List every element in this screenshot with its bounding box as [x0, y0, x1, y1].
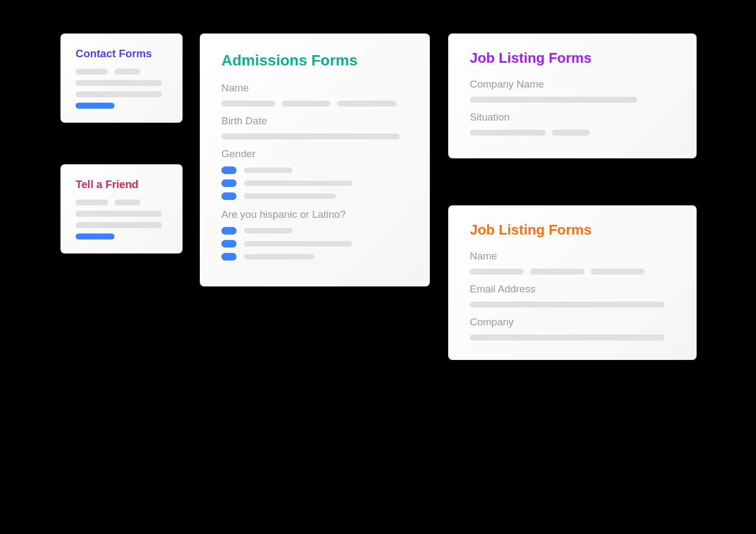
- card-title: Admissions Forms: [221, 52, 408, 69]
- placeholder-bar: [470, 269, 524, 275]
- radio-option: [221, 179, 408, 187]
- field-label-gender: Gender: [221, 148, 408, 160]
- radio-icon: [221, 192, 237, 200]
- radio-option: [221, 192, 408, 200]
- placeholder-bar: [244, 241, 352, 246]
- card-admissions-forms[interactable]: Admissions Forms Name Birth Date Gender …: [200, 34, 430, 286]
- field-label-birth-date: Birth Date: [221, 115, 408, 127]
- card-job-listing-orange[interactable]: Job Listing Forms Name Email Address Com…: [448, 205, 697, 360]
- placeholder-row: [470, 97, 675, 103]
- card-title: Tell a Friend: [76, 178, 167, 191]
- placeholder-bar: [76, 80, 162, 86]
- placeholder-bar: [76, 211, 162, 217]
- placeholder-row: [470, 335, 675, 341]
- radio-icon: [221, 166, 237, 174]
- placeholder-bar: [530, 269, 584, 275]
- card-title: Contact Forms: [76, 48, 167, 60]
- field-label-email: Email Address: [470, 283, 675, 295]
- placeholder-bar: [244, 228, 293, 233]
- placeholder-bar: [470, 302, 664, 308]
- placeholder-bar: [76, 222, 162, 228]
- radio-option: [221, 227, 408, 235]
- button-placeholder: [76, 103, 114, 109]
- placeholder-row: [221, 134, 408, 139]
- placeholder-row: [76, 222, 167, 228]
- card-job-listing-purple[interactable]: Job Listing Forms Company Name Situation: [448, 34, 697, 158]
- placeholder-row: [76, 211, 167, 217]
- radio-icon: [221, 179, 237, 187]
- field-label-situation: Situation: [470, 111, 675, 123]
- placeholder-bar: [470, 97, 637, 103]
- button-placeholder: [76, 233, 114, 239]
- radio-icon: [221, 227, 237, 235]
- radio-icon: [221, 240, 237, 248]
- placeholder-bar: [114, 69, 140, 75]
- radio-option: [221, 166, 408, 174]
- placeholder-bar: [76, 199, 108, 205]
- placeholder-row: [76, 103, 167, 109]
- placeholder-bar: [244, 181, 352, 186]
- placeholder-row: [221, 101, 408, 106]
- placeholder-bar: [244, 254, 314, 259]
- placeholder-bar: [76, 69, 108, 75]
- placeholder-bar: [470, 130, 545, 136]
- field-label-name: Name: [470, 250, 675, 262]
- placeholder-bar: [282, 101, 330, 106]
- placeholder-bar: [221, 101, 275, 106]
- placeholder-bar: [221, 134, 400, 139]
- placeholder-row: [470, 302, 675, 308]
- placeholder-bar: [244, 193, 336, 199]
- placeholder-row: [470, 269, 675, 275]
- field-label-company: Company Name: [470, 78, 675, 90]
- card-tell-a-friend[interactable]: Tell a Friend: [60, 164, 183, 253]
- radio-option: [221, 240, 408, 248]
- placeholder-bar: [470, 335, 664, 341]
- placeholder-bar: [244, 168, 293, 173]
- placeholder-bar: [591, 269, 645, 275]
- placeholder-bar: [114, 199, 140, 205]
- radio-icon: [221, 253, 237, 261]
- card-title: Job Listing Forms: [470, 50, 675, 66]
- placeholder-row: [76, 199, 167, 205]
- field-label-name: Name: [221, 82, 408, 94]
- placeholder-row: [76, 91, 167, 97]
- placeholder-row: [470, 130, 675, 136]
- radio-option: [221, 253, 408, 261]
- field-label-company: Company: [470, 316, 675, 328]
- placeholder-bar: [76, 91, 162, 97]
- placeholder-bar: [337, 101, 396, 106]
- placeholder-row: [76, 233, 167, 239]
- placeholder-row: [76, 69, 167, 75]
- card-title: Job Listing Forms: [470, 222, 675, 238]
- field-label-hispanic: Are you hispanic or Latino?: [221, 209, 408, 221]
- placeholder-row: [76, 80, 167, 86]
- placeholder-bar: [552, 130, 590, 136]
- card-contact-forms[interactable]: Contact Forms: [60, 34, 183, 123]
